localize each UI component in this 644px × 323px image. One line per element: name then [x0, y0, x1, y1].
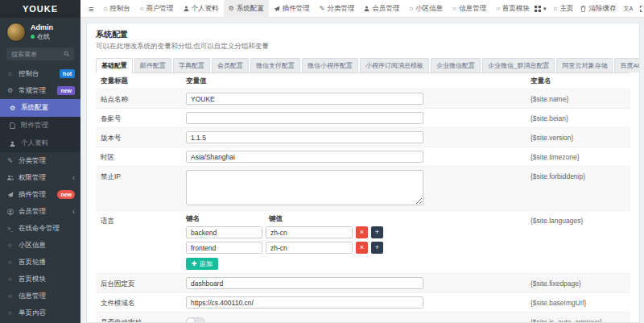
- sidebar-item-6[interactable]: 权限管理‹: [0, 169, 80, 186]
- field-label: 后台固定页: [101, 277, 186, 289]
- add-row-button[interactable]: +: [371, 242, 383, 254]
- sidebar-item-1[interactable]: ⚙常规管理new: [0, 82, 80, 99]
- kv-row-frontend: × +: [186, 242, 530, 254]
- sidebar-item-3[interactable]: 附件管理: [0, 117, 80, 135]
- sidebar-item-5[interactable]: ✎分类管理: [0, 152, 80, 169]
- header-var-value: 变量值: [186, 77, 530, 86]
- sidebar-item-9[interactable]: >_在线命令管理: [0, 220, 80, 237]
- sidebar-item-label: 首页模块: [19, 275, 75, 284]
- home-button[interactable]: ⌂ 主页: [554, 4, 574, 14]
- lang-key-input[interactable]: [186, 242, 262, 254]
- paper-plane-icon: [274, 6, 280, 12]
- sidebar-item-10[interactable]: ○小区信息: [0, 237, 80, 254]
- field-var-name: {$site.beian}: [530, 112, 625, 122]
- remove-row-button[interactable]: ×: [356, 226, 368, 238]
- fixed-page-input[interactable]: [186, 277, 423, 289]
- auto-approve-toggle[interactable]: [186, 317, 205, 323]
- sidebar-item-2[interactable]: ⚙系统配置: [0, 99, 80, 117]
- chevron-left-icon: ‹: [72, 208, 75, 216]
- topnav-item-label: 控制台: [109, 4, 130, 14]
- circle-icon: ○: [6, 275, 14, 283]
- topnav-item-8[interactable]: ○信息管理: [448, 0, 491, 18]
- form-header-row: 变量标题 变量值 变量名: [96, 73, 630, 89]
- sidebar-item-0[interactable]: ⌂控制台hot: [0, 65, 80, 82]
- topnav-item-7[interactable]: ○小区信息: [404, 0, 448, 18]
- sidebar-item-7[interactable]: 插件管理new: [0, 186, 80, 203]
- form-row-base-img-url: 文件模域名 {$site.baseImgUrl}: [96, 292, 630, 312]
- kv-row-backend: × +: [186, 226, 530, 238]
- sidebar-item-13[interactable]: ○信息管理: [0, 288, 80, 304]
- sidebar-item-label: 单页内容: [19, 309, 75, 318]
- sidebar-item-12[interactable]: ○首页模块: [0, 271, 80, 288]
- hamburger-icon[interactable]: ≡: [84, 4, 98, 14]
- lang-value-input[interactable]: [266, 226, 353, 238]
- tab-7[interactable]: 企业微信配置: [431, 58, 481, 72]
- topnav-item-6[interactable]: 会员管理: [359, 0, 404, 18]
- add-row-button[interactable]: +: [371, 226, 383, 238]
- timezone-input[interactable]: [186, 151, 423, 163]
- tab-8[interactable]: 企业微信_群消息配置: [482, 58, 555, 72]
- tab-0[interactable]: 基础配置: [96, 58, 133, 73]
- field-var-name: {$site.fixedpage}: [530, 277, 625, 288]
- sidebar-item-label: 会员管理: [19, 207, 68, 217]
- language-switch-button[interactable]: 文A: [623, 5, 633, 13]
- append-button[interactable]: ✚ 追加: [186, 258, 218, 270]
- remove-row-button[interactable]: ×: [356, 242, 368, 254]
- sidebar-item-label: 小区信息: [19, 241, 75, 251]
- kv-header: 键名 键值: [186, 214, 530, 224]
- forbidden-ip-textarea[interactable]: [186, 170, 423, 205]
- user-avatar[interactable]: [6, 23, 26, 42]
- fullscreen-button[interactable]: [640, 6, 644, 12]
- form-row-forbidden-ip: 禁止IP {$site.forbiddenip}: [96, 166, 630, 210]
- field-var-name: {$site.name}: [530, 93, 625, 103]
- navbar-right: ▾ ⌂ 主页 清除缓存 文A Admin: [535, 3, 644, 14]
- base-img-url-input[interactable]: [186, 296, 423, 309]
- topnav-item-label: 小区信息: [415, 4, 443, 14]
- tab-2[interactable]: 字典配置: [173, 58, 210, 72]
- grid-icon: [535, 6, 541, 12]
- version-input[interactable]: [186, 131, 423, 143]
- pencil-icon: ✎: [6, 157, 14, 164]
- topnav-item-4[interactable]: 插件管理: [269, 0, 315, 18]
- clear-cache-button[interactable]: 清除缓存: [580, 4, 616, 14]
- field-label: 备案号: [101, 112, 186, 124]
- tab-5[interactable]: 微信小程序配置: [302, 58, 358, 72]
- form-rows: 站点名称 {$site.name} 备案号 {$site.beian} 版本号 …: [96, 89, 630, 323]
- caret-down-icon: ▾: [543, 6, 547, 12]
- topnav-item-1[interactable]: ○商户管理: [135, 0, 179, 18]
- circle-icon: ○: [6, 292, 14, 300]
- topnav-item-2[interactable]: 个人资料: [179, 0, 224, 18]
- sidebar-item-8[interactable]: 会员管理‹: [0, 203, 80, 220]
- sidebar-item-label: 在线命令管理: [19, 224, 75, 234]
- users-icon: [6, 175, 14, 180]
- field-var-name: {$site.baseImgUrl}: [530, 296, 625, 307]
- tab-4[interactable]: 微信支付配置: [250, 58, 300, 72]
- sidebar-item-11[interactable]: ○首页轮播: [0, 254, 80, 271]
- topnav-item-5[interactable]: ✎分类管理: [315, 0, 360, 18]
- apps-dropdown[interactable]: ▾: [535, 6, 547, 12]
- kv-key-header: 键名: [186, 214, 269, 224]
- gear-icon: ⚙: [229, 5, 234, 12]
- tab-3[interactable]: 会员配置: [212, 58, 249, 72]
- tab-9[interactable]: 阿里云对象存储: [556, 58, 613, 72]
- tab-1[interactable]: 邮件配置: [134, 58, 171, 72]
- site-name-input[interactable]: [186, 93, 423, 105]
- sidebar-item-label: 插件管理: [19, 190, 53, 200]
- field-label: 是否自动审核: [101, 316, 186, 323]
- sidebar-item-14[interactable]: ○单页内容: [0, 304, 80, 321]
- lang-value-input[interactable]: [266, 242, 353, 254]
- lang-key-input[interactable]: [186, 226, 262, 238]
- topnav-item-9[interactable]: ○首页模块: [491, 0, 535, 18]
- form-row-version: 版本号 {$site.version}: [96, 127, 630, 147]
- chevron-left-icon: ‹: [72, 174, 75, 182]
- topnav-item-3[interactable]: ⚙系统配置: [224, 0, 269, 18]
- topnav-item-0[interactable]: ⌂控制台: [98, 0, 134, 18]
- beian-input[interactable]: [186, 112, 423, 124]
- sidebar-item-4[interactable]: 个人资料: [0, 135, 80, 152]
- tab-6[interactable]: 小程序订阅消息模板: [360, 58, 429, 72]
- sidebar-item-label: 附件管理: [21, 121, 75, 130]
- form-row-fixed-page: 后台固定页 {$site.fixedpage}: [96, 273, 630, 292]
- tab-10[interactable]: 百度AI开放平台: [614, 58, 640, 72]
- online-dot-icon: [31, 35, 35, 39]
- plus-icon: ✚: [192, 260, 197, 267]
